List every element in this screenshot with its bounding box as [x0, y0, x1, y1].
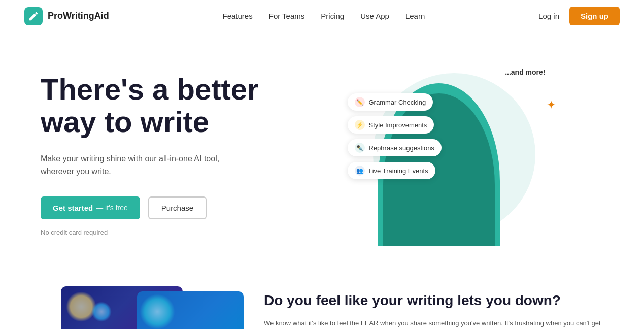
nav-for-teams[interactable]: For Teams: [269, 12, 305, 20]
badge-rephrase: ✒️ Rephrase suggestions: [348, 139, 442, 156]
hero-section: There's a better way to write Make your …: [0, 32, 644, 276]
no-cc-text: No credit card required: [41, 228, 304, 236]
section2-body: We know what it's like to feel the FEAR …: [264, 318, 603, 329]
signup-button[interactable]: Sign up: [569, 7, 620, 25]
badge-grammar: ✏️ Grammar Checking: [348, 93, 433, 111]
logo-icon: [24, 7, 43, 25]
section2-art: My idea in my head: [41, 286, 233, 329]
nav-links: Features For Teams Pricing Use App Learn: [223, 12, 425, 20]
art-cards: My idea in my head: [41, 286, 233, 329]
nav-learn[interactable]: Learn: [405, 12, 425, 20]
section2-right: Do you feel like your writing lets you d…: [264, 286, 603, 329]
and-more-tag: ...and more!: [505, 68, 545, 76]
badge-grammar-icon: ✏️: [355, 97, 365, 107]
nav-use-app[interactable]: Use App: [360, 12, 389, 20]
logo-svg: [28, 11, 39, 22]
get-started-button[interactable]: Get started — it's free: [41, 196, 140, 219]
badge-style: ⚡ Style Improvements: [348, 116, 434, 134]
swirl-4: [140, 294, 175, 329]
art-card-front: [137, 291, 244, 329]
logo-text: ProWritingAid: [48, 11, 109, 21]
badge-training: 👥 Live Training Events: [348, 162, 435, 179]
swirl-1: [66, 291, 96, 322]
free-tag: — it's free: [96, 204, 128, 212]
nav-actions: Log in Sign up: [538, 7, 620, 25]
badge-training-icon: 👥: [355, 166, 365, 176]
swirl-2: [91, 302, 112, 322]
hero-cta-row: Get started — it's free Purchase: [41, 196, 304, 219]
badge-style-icon: ⚡: [355, 120, 365, 130]
navbar: ProWritingAid Features For Teams Pricing…: [0, 0, 644, 32]
nav-features[interactable]: Features: [223, 12, 253, 20]
purchase-button[interactable]: Purchase: [148, 196, 207, 219]
section2: My idea in my head Do you feel like your…: [0, 276, 644, 329]
section2-title: Do you feel like your writing lets you d…: [264, 291, 603, 310]
star-icon: ✦: [547, 98, 556, 112]
login-link[interactable]: Log in: [538, 12, 559, 20]
hero-title: There's a better way to write: [41, 73, 304, 138]
logo-link[interactable]: ProWritingAid: [24, 7, 109, 25]
hero-illustration: ...and more! ✦ ✏️ Grammar Checking ⚡ Sty…: [348, 63, 561, 246]
hero-right: ...and more! ✦ ✏️ Grammar Checking ⚡ Sty…: [304, 63, 603, 256]
badge-rephrase-icon: ✒️: [355, 143, 365, 153]
nav-pricing[interactable]: Pricing: [321, 12, 344, 20]
hero-left: There's a better way to write Make your …: [41, 63, 304, 236]
hero-subtitle: Make your writing shine with our all-in-…: [41, 152, 223, 178]
